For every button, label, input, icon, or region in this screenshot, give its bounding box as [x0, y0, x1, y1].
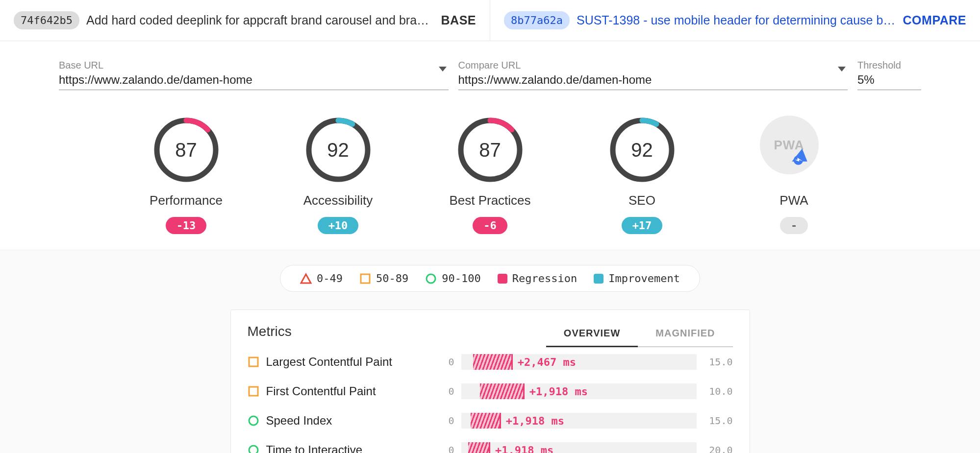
gauge-ring: 92 — [304, 116, 373, 184]
compare-topbar: 74f642b5 Add hard coded deeplink for app… — [0, 0, 980, 41]
gauge-ring: PWA — [760, 116, 829, 184]
compare-url-value: https://www.zalando.de/damen-home — [458, 73, 848, 87]
base-commit-message: Add hard coded deeplink for appcraft bra… — [86, 13, 434, 27]
metric-bar: +2,467 ms — [461, 354, 697, 370]
metric-axis-min: 0 — [425, 385, 454, 397]
metric-delta-label: +1,918 ms — [495, 444, 553, 453]
gauge-score: 92 — [304, 116, 373, 184]
legend-and-metrics: 0-49 50-89 90-100 Regression Improvement… — [0, 250, 980, 453]
svg-point-13 — [249, 416, 258, 425]
metric-name: Time to Interactive — [266, 443, 418, 453]
metric-diff-region — [471, 413, 501, 429]
metrics-panel: Metrics OVERVIEW MAGNIFIED Largest Conte… — [230, 310, 750, 453]
gauge-title: SEO — [628, 193, 655, 208]
gauge-delta: +17 — [622, 217, 663, 234]
metrics-tabs: OVERVIEW MAGNIFIED — [546, 324, 733, 347]
score-gauges: 87Performance-1392Accessibility+1087Best… — [0, 96, 980, 250]
grade-icon — [248, 415, 259, 427]
gauge-delta: +10 — [318, 217, 359, 234]
threshold-field[interactable]: Threshold 5% — [857, 60, 921, 90]
url-row: Base URL https://www.zalando.de/damen-ho… — [0, 41, 980, 96]
base-url-select[interactable]: Base URL https://www.zalando.de/damen-ho… — [59, 60, 449, 90]
gauge-seo[interactable]: 92SEO+17 — [593, 116, 691, 234]
gauge-pwa[interactable]: PWAPWA- — [745, 116, 843, 234]
metric-rows: Largest Contentful Paint0+2,467 ms15.0Fi… — [248, 347, 733, 453]
metric-axis-max: 20.0 — [704, 444, 733, 453]
metric-delta-label: +1,918 ms — [506, 415, 564, 427]
metric-axis-max: 15.0 — [704, 356, 733, 368]
compare-hash[interactable]: 8b77a62a — [504, 11, 570, 29]
metric-delta-label: +2,467 ms — [518, 356, 576, 368]
legend-good: 90-100 — [425, 272, 480, 285]
base-side: 74f642b5 Add hard coded deeplink for app… — [0, 0, 490, 41]
compare-url-select[interactable]: Compare URL https://www.zalando.de/damen… — [458, 60, 848, 90]
metric-axis-min: 0 — [425, 444, 454, 453]
gauge-performance[interactable]: 87Performance-13 — [137, 116, 235, 234]
threshold-label: Threshold — [857, 60, 921, 71]
improvement-swatch-icon — [594, 274, 603, 284]
chevron-down-icon — [439, 67, 447, 72]
svg-point-10 — [427, 274, 435, 283]
metric-axis-max: 10.0 — [704, 385, 733, 397]
gauge-a11y[interactable]: 92Accessibility+10 — [289, 116, 387, 234]
legend-mid: 50-89 — [359, 272, 408, 285]
metric-bar: +1,918 ms — [461, 442, 697, 453]
gauge-title: Best Practices — [449, 193, 530, 208]
pwa-badge-icon: PWA — [760, 116, 819, 174]
gauge-ring: 87 — [456, 116, 525, 184]
metrics-title: Metrics — [248, 324, 292, 339]
gauge-bp[interactable]: 87Best Practices-6 — [441, 116, 539, 234]
compare-role-label[interactable]: COMPARE — [903, 13, 966, 27]
threshold-value: 5% — [857, 73, 921, 87]
metric-delta-label: +1,918 ms — [529, 385, 588, 398]
base-role-label: BASE — [441, 13, 476, 27]
gauge-title: Accessibility — [303, 193, 373, 208]
gauge-delta: -6 — [473, 217, 507, 234]
gauge-score: 92 — [608, 116, 677, 184]
metric-diff-region — [480, 383, 525, 399]
metric-axis-max: 15.0 — [704, 415, 733, 427]
gauge-score: 87 — [152, 116, 221, 184]
metric-bar: +1,918 ms — [461, 383, 697, 399]
gauge-score: 87 — [456, 116, 525, 184]
svg-rect-9 — [361, 274, 370, 283]
metric-name: First Contentful Paint — [266, 384, 418, 398]
compare-commit-message: SUST-1398 - use mobile header for determ… — [577, 13, 896, 27]
compare-url-label: Compare URL — [458, 60, 848, 71]
metric-row[interactable]: First Contentful Paint0+1,918 ms10.0 — [248, 377, 733, 406]
tab-overview[interactable]: OVERVIEW — [546, 324, 638, 347]
metric-name: Speed Index — [266, 414, 418, 428]
svg-rect-12 — [249, 387, 258, 396]
metric-name: Largest Contentful Paint — [266, 355, 418, 369]
gauge-title: PWA — [779, 193, 808, 208]
regression-swatch-icon — [498, 274, 507, 284]
grade-icon — [248, 385, 259, 397]
metric-axis-min: 0 — [425, 356, 454, 368]
grade-icon — [248, 356, 259, 368]
legend-bad: 0-49 — [300, 272, 343, 285]
score-legend: 0-49 50-89 90-100 Regression Improvement — [280, 265, 700, 292]
base-url-value: https://www.zalando.de/damen-home — [59, 73, 449, 87]
gauge-ring: 87 — [152, 116, 221, 184]
legend-improvement: Improvement — [594, 272, 680, 285]
svg-rect-11 — [249, 358, 258, 366]
gauge-ring: 92 — [608, 116, 677, 184]
circle-icon — [425, 273, 437, 285]
compare-side: 8b77a62a SUST-1398 - use mobile header f… — [490, 0, 980, 41]
tab-magnified[interactable]: MAGNIFIED — [638, 324, 732, 347]
grade-icon — [248, 444, 259, 453]
gauge-delta: -13 — [166, 217, 207, 234]
metric-axis-min: 0 — [425, 415, 454, 427]
gauge-title: Performance — [150, 193, 223, 208]
base-url-label: Base URL — [59, 60, 449, 71]
svg-point-14 — [249, 446, 258, 453]
metric-row[interactable]: Largest Contentful Paint0+2,467 ms15.0 — [248, 347, 733, 377]
metric-bar: +1,918 ms — [461, 413, 697, 429]
metric-row[interactable]: Speed Index0+1,918 ms15.0 — [248, 406, 733, 435]
bolt-icon — [789, 147, 810, 167]
base-hash[interactable]: 74f642b5 — [14, 11, 79, 29]
metric-row[interactable]: Time to Interactive0+1,918 ms20.0 — [248, 435, 733, 453]
square-icon — [359, 273, 371, 285]
chevron-down-icon — [838, 67, 846, 72]
legend-regression: Regression — [498, 272, 577, 285]
